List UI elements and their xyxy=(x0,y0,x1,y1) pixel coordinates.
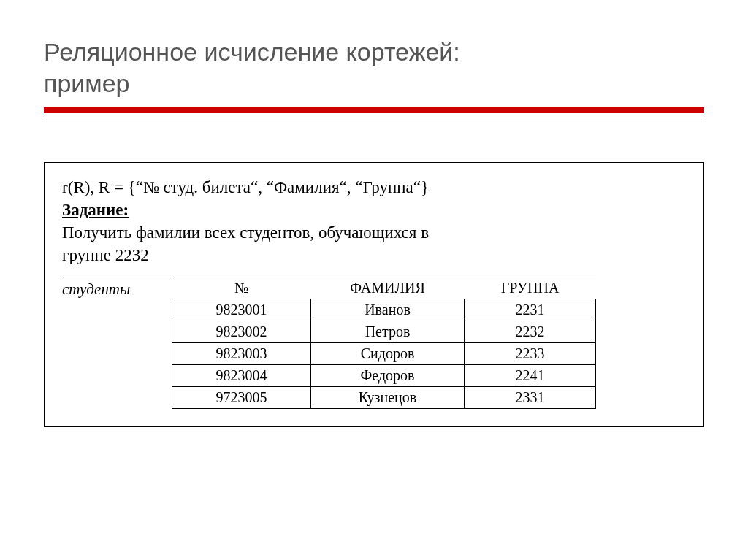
title-text-line2: пример xyxy=(44,69,130,97)
cell-grp: 2232 xyxy=(465,321,596,343)
task-label: Задание: xyxy=(62,201,129,219)
slide-container: Реляционное исчисление кортежей: пример … xyxy=(0,0,748,427)
title-thin-divider xyxy=(44,118,704,118)
title-text-line1: Реляционное исчисление кортежей: xyxy=(44,38,460,66)
cell-num: 9823001 xyxy=(172,299,311,321)
cell-fam: Иванов xyxy=(311,299,465,321)
header-fam: ФАМИЛИЯ xyxy=(311,277,465,299)
table-header-row: № ФАМИЛИЯ ГРУППА xyxy=(172,277,596,299)
table-wrapper: студенты № ФАМИЛИЯ ГРУППА 9823001 Иванов… xyxy=(62,277,686,409)
task-text-line1: Получить фамилии всех студентов, обучающ… xyxy=(62,221,686,244)
task-text-line2: группе 2232 xyxy=(62,244,686,266)
schema-definition: r(R), R = {“№ студ. билета“, “Фамилия“, … xyxy=(62,176,686,199)
title-underline-bar xyxy=(44,107,704,113)
cell-fam: Кузнецов xyxy=(311,387,465,409)
table-row: 9823002 Петров 2232 xyxy=(172,321,596,343)
table-row: 9823003 Сидоров 2233 xyxy=(172,343,596,365)
slide-title: Реляционное исчисление кортежей: пример xyxy=(44,37,704,99)
cell-fam: Сидоров xyxy=(311,343,465,365)
cell-grp: 2231 xyxy=(465,299,596,321)
relation-name: студенты xyxy=(62,277,172,299)
students-table: № ФАМИЛИЯ ГРУППА 9823001 Иванов 2231 982… xyxy=(172,277,596,409)
table-row: 9723005 Кузнецов 2331 xyxy=(172,387,596,409)
cell-grp: 2241 xyxy=(465,365,596,387)
table-row: 9823001 Иванов 2231 xyxy=(172,299,596,321)
header-grp: ГРУППА xyxy=(465,277,596,299)
content-box: r(R), R = {“№ студ. билета“, “Фамилия“, … xyxy=(44,162,704,427)
cell-fam: Федоров xyxy=(311,365,465,387)
cell-num: 9823003 xyxy=(172,343,311,365)
table-row: 9823004 Федоров 2241 xyxy=(172,365,596,387)
cell-num: 9823002 xyxy=(172,321,311,343)
cell-grp: 2233 xyxy=(465,343,596,365)
cell-num: 9723005 xyxy=(172,387,311,409)
cell-grp: 2331 xyxy=(465,387,596,409)
cell-num: 9823004 xyxy=(172,365,311,387)
header-num: № xyxy=(172,277,311,299)
cell-fam: Петров xyxy=(311,321,465,343)
